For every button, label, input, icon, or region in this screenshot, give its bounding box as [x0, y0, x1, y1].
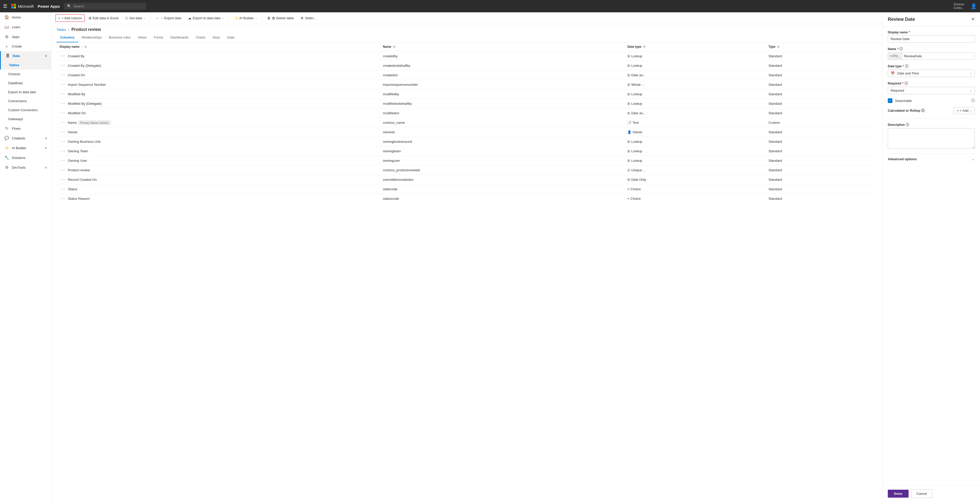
checkmark-icon: ✓	[889, 99, 891, 102]
description-textarea[interactable]	[888, 128, 975, 149]
add-column-label: + Add column	[62, 16, 82, 20]
name-field: Name * ⓘ cr25d_	[888, 47, 975, 60]
th-name[interactable]: Name ▽	[380, 42, 624, 51]
row-dots-menu[interactable]: ···	[60, 82, 67, 87]
row-dots-menu[interactable]: ···	[60, 101, 67, 106]
row-dots-menu[interactable]: ···	[60, 158, 67, 163]
calc-rollup-row: Calculated or Rollup ⓘ + + Add ⌄	[888, 107, 975, 118]
name-input[interactable]	[902, 52, 975, 60]
sidebar-item-gateways[interactable]: Gateways	[0, 114, 51, 124]
tab-charts[interactable]: Charts	[192, 33, 209, 42]
sidebar-item-dataflows[interactable]: Dataflows	[0, 79, 51, 87]
calc-rollup-add-button[interactable]: + + Add ⌄	[953, 107, 975, 114]
data-type-info-icon[interactable]: ⓘ	[905, 64, 908, 68]
app-name: Power Apps	[38, 4, 60, 8]
devtools-expand-icon: ∨	[45, 166, 47, 169]
row-dots-menu[interactable]: ···	[60, 148, 67, 154]
sidebar-item-tables[interactable]: Tables	[0, 60, 51, 70]
sidebar-item-choices[interactable]: Choices	[0, 70, 51, 79]
hamburger-menu[interactable]: ☰	[3, 3, 7, 9]
edit-excel-button[interactable]: ⊞ Edit data in Excel	[86, 14, 121, 22]
user-avatar-icon[interactable]: 👤	[970, 3, 977, 9]
name-required: *	[897, 47, 899, 51]
tab-views[interactable]: Views	[134, 33, 150, 42]
name-info-icon[interactable]: ⓘ	[899, 47, 903, 51]
required-info-icon[interactable]: ⓘ	[904, 81, 908, 86]
display-name-input[interactable]	[888, 35, 975, 43]
tab-dashboards[interactable]: Dashboards	[167, 33, 192, 42]
cancel-button[interactable]: Cancel	[911, 489, 932, 498]
cell-name: createdon	[380, 70, 624, 80]
row-dots-menu[interactable]: ···	[60, 110, 67, 116]
th-display-name[interactable]: Display name ↑ ▽	[57, 42, 380, 51]
cell-type: Standard	[765, 99, 877, 108]
tab-columns[interactable]: Columns	[57, 33, 78, 42]
data-icon: 🗄	[5, 54, 10, 58]
cell-type: Standard	[765, 80, 877, 89]
chatbots-icon: 💬	[4, 136, 9, 140]
searchable-checkbox[interactable]: ✓	[888, 98, 892, 103]
search-box[interactable]: 🔍	[64, 3, 146, 10]
required-select[interactable]: Required ⌄	[888, 87, 975, 94]
export-data-button[interactable]: → → Export data	[153, 14, 184, 22]
sidebar-item-create[interactable]: + Create	[0, 41, 51, 51]
table-row: ··· Owning Teamowningteam⊞LookupStandard	[57, 146, 877, 156]
sidebar-item-label: Gateways	[8, 117, 23, 121]
data-type-icon: ⊞	[627, 83, 630, 87]
row-dots-menu[interactable]: ···	[60, 195, 67, 201]
panel-close-button[interactable]: ✕	[971, 16, 975, 22]
sidebar-item-connections[interactable]: Connections	[0, 97, 51, 106]
tab-data[interactable]: Data	[224, 33, 238, 42]
row-dots-menu[interactable]: ···	[60, 91, 67, 97]
sidebar-item-chatbots[interactable]: 💬 Chatbots ∨	[0, 133, 51, 143]
calc-rollup-info-icon[interactable]: ⓘ	[921, 108, 924, 113]
th-type[interactable]: Type ▽	[765, 42, 877, 51]
row-dots-menu[interactable]: ···	[60, 129, 67, 135]
tab-relationships[interactable]: Relationships	[78, 33, 105, 42]
row-dots-menu[interactable]: ···	[60, 72, 67, 78]
search-input[interactable]	[73, 4, 143, 8]
apps-icon: ⊞	[4, 34, 9, 39]
delete-table-button[interactable]: 🗑 🗑 Delete table	[264, 14, 297, 22]
tab-business-rules[interactable]: Business rules	[105, 33, 134, 42]
row-dots-menu[interactable]: ···	[60, 167, 67, 173]
breadcrumb-parent[interactable]: Tables	[57, 28, 66, 32]
get-data-button[interactable]: ⬡ Get data ⌄	[122, 14, 148, 22]
settings-label: Settin...	[305, 16, 316, 20]
sidebar-item-solutions[interactable]: 🔧 Solutions	[0, 153, 51, 162]
row-dots-menu[interactable]: ···	[60, 53, 67, 59]
th-data-type[interactable]: Data type ▽	[624, 42, 765, 51]
searchable-info-icon[interactable]: ⓘ	[971, 98, 975, 103]
sidebar-item-apps[interactable]: ⊞ Apps	[0, 32, 51, 41]
sidebar-item-flows[interactable]: ↻ Flows	[0, 124, 51, 133]
data-type-select[interactable]: 📅 Date and Time ⌄	[888, 70, 975, 77]
tab-forms[interactable]: Forms	[150, 33, 167, 42]
tab-keys[interactable]: Keys	[209, 33, 224, 42]
row-dots-menu[interactable]: ···	[60, 120, 67, 125]
cell-name: contoso_productreviewid	[380, 165, 624, 175]
sidebar-item-custom-connectors[interactable]: Custom Connectors	[0, 106, 51, 114]
settings-button[interactable]: ⚙ Settin...	[298, 14, 319, 22]
row-dots-menu[interactable]: ···	[60, 139, 67, 144]
sidebar-item-devtools[interactable]: ⚙ DevTools ∨	[0, 162, 51, 172]
sidebar-item-ai-builder[interactable]: ✨ AI Builder ∨	[0, 143, 51, 153]
cell-name: modifiedby	[380, 89, 624, 99]
add-column-button[interactable]: + + Add column	[56, 14, 85, 22]
sidebar-item-label: Chatbots	[12, 137, 25, 140]
sidebar-item-home[interactable]: 🏠 Home	[0, 12, 51, 22]
row-dots-menu[interactable]: ···	[60, 186, 67, 192]
cell-display-name: ··· Modified On	[57, 108, 380, 118]
row-dots-menu[interactable]: ···	[60, 63, 67, 68]
export-data-lake-button[interactable]: ☁ Export to data lake ⌄	[185, 14, 227, 22]
advanced-options-chevron-icon: ⌄	[972, 157, 975, 161]
description-info-icon[interactable]: ⓘ	[906, 122, 909, 127]
row-dots-menu[interactable]: ···	[60, 177, 67, 182]
sidebar-item-export-data-lake[interactable]: Export to data lake	[0, 87, 51, 97]
sidebar-item-data[interactable]: 🗄 Data ∧	[0, 51, 51, 60]
sidebar-item-learn[interactable]: 📖 Learn	[0, 22, 51, 32]
searchable-row: ✓ Searchable ⓘ	[888, 98, 975, 103]
ai-builder-button[interactable]: ✨ AI Builder ⌄	[231, 14, 260, 22]
done-button[interactable]: Done	[888, 490, 908, 498]
sidebar-item-label: Learn	[12, 25, 20, 29]
advanced-options-row[interactable]: Advanced options ⌄	[888, 154, 975, 164]
